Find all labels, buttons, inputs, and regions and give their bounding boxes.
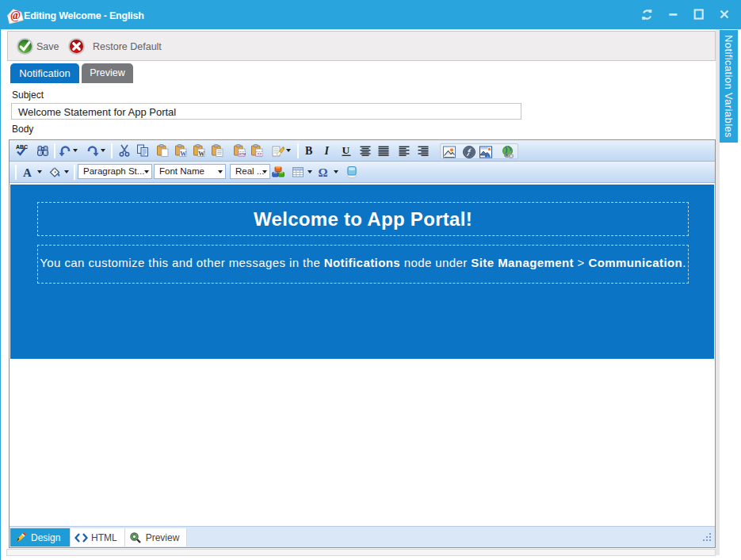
svg-text:ABC: ABC: [16, 144, 28, 150]
svg-text:W: W: [198, 150, 204, 157]
svg-text:<>: <>: [257, 151, 262, 156]
svg-text:HTML: HTML: [239, 152, 246, 156]
svg-text:Ω: Ω: [319, 166, 328, 179]
svg-text:B: B: [305, 145, 312, 157]
svg-text:U: U: [342, 144, 350, 156]
svg-text:W: W: [180, 150, 186, 157]
svg-text:I: I: [324, 145, 330, 157]
svg-text:A: A: [23, 166, 32, 179]
svg-text:@: @: [10, 10, 21, 21]
